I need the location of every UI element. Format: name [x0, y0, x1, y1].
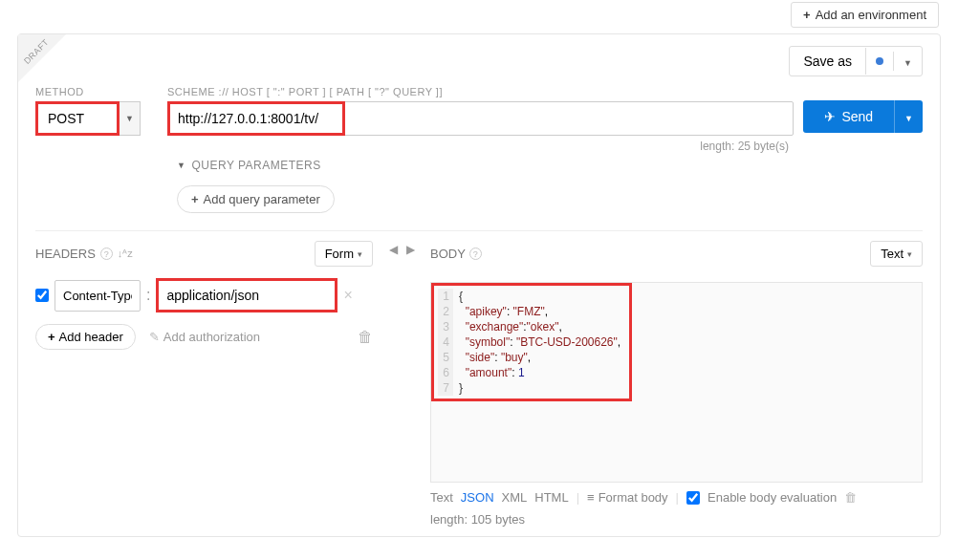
save-as-label[interactable]: Save as [790, 48, 866, 75]
header-delete-icon[interactable]: × [343, 287, 352, 304]
divider: | [577, 490, 579, 505]
method-label: METHOD [35, 86, 141, 97]
add-environment-label: Add an environment [816, 8, 926, 22]
caret-down-icon: ▼ [904, 114, 913, 123]
header-row: : × [35, 278, 373, 312]
form-toggle-label: Form [325, 247, 354, 261]
headers-text: HEADERS [35, 247, 96, 261]
add-authorization-label: Add authorization [163, 330, 260, 344]
plus-icon: + [48, 330, 55, 344]
plus-icon: + [803, 8, 811, 22]
body-tab-json[interactable]: JSON [461, 490, 494, 505]
method-select[interactable]: POST [35, 101, 120, 136]
body-format-toggle[interactable]: Text ▾ [870, 241, 923, 267]
url-scheme-label: SCHEME :// HOST [ ":" PORT ] [ PATH [ "?… [167, 86, 794, 97]
sort-icon[interactable]: ↓ᴬz [118, 248, 133, 260]
add-header-label: Add header [59, 330, 123, 344]
add-header-button[interactable]: + Add header [35, 324, 136, 350]
body-tab-xml[interactable]: XML [502, 490, 528, 505]
add-environment-button[interactable]: + Add an environment [791, 2, 939, 28]
caret-down-icon: ▼ [125, 114, 134, 123]
save-status-indicator [866, 52, 894, 71]
plus-icon: + [191, 192, 199, 206]
format-icon: ≡ [587, 490, 595, 505]
headers-section-label: HEADERS ? ↓ᴬz [35, 247, 133, 261]
unsaved-dot-icon [876, 57, 883, 65]
help-icon[interactable]: ? [100, 248, 113, 260]
header-name-input[interactable] [54, 280, 141, 312]
enable-body-eval-label: Enable body evaluation [708, 490, 837, 505]
body-tab-html[interactable]: HTML [534, 490, 568, 505]
body-section-label: BODY ? [430, 247, 482, 261]
clear-body-icon[interactable]: 🗑 [844, 490, 857, 505]
send-icon: ✈ [824, 109, 836, 124]
save-as-caret[interactable]: ▼ [894, 47, 922, 75]
collapse-left-icon[interactable]: ◀ [389, 243, 398, 256]
pencil-icon: ✎ [149, 330, 160, 344]
url-input[interactable] [168, 102, 793, 135]
body-length-info: length: 105 bytes [430, 512, 525, 527]
send-label: Send [841, 109, 873, 124]
query-params-toggle[interactable]: ▼ QUERY PARAMETERS [177, 159, 923, 172]
send-dropdown[interactable]: ▼ [894, 100, 923, 133]
caret-down-icon: ▼ [177, 161, 185, 170]
format-body-button[interactable]: ≡ Format body [587, 490, 668, 505]
save-as-dropdown[interactable]: Save as ▼ [789, 46, 923, 76]
add-authorization-link[interactable]: ✎ Add authorization [149, 330, 260, 344]
help-icon[interactable]: ? [469, 248, 482, 260]
collapse-right-icon[interactable]: ▶ [406, 243, 415, 256]
body-editor[interactable]: 1{ 2 "apikey": "FMZ", 3 "exchange":"okex… [430, 282, 923, 483]
header-enabled-checkbox[interactable] [35, 289, 49, 302]
draft-ribbon: DRAFT [18, 34, 66, 82]
divider: | [676, 490, 679, 505]
headers-view-toggle[interactable]: Form ▾ [315, 241, 373, 267]
clear-headers-icon[interactable]: 🗑 [358, 329, 373, 346]
body-tab-text[interactable]: Text [430, 490, 453, 505]
caret-down-icon: ▼ [904, 58, 912, 68]
url-length-info: length: 25 byte(s) [35, 140, 923, 153]
add-query-param-label: Add query parameter [204, 192, 320, 206]
body-text: BODY [430, 247, 466, 261]
header-value-input[interactable] [156, 278, 337, 312]
method-caret[interactable]: ▼ [120, 101, 141, 136]
body-format-label: Text [881, 247, 904, 261]
query-params-label: QUERY PARAMETERS [191, 159, 320, 172]
colon-separator: : [146, 287, 150, 304]
request-panel: DRAFT Save as ▼ METHOD POST ▼ SCHEME ://… [17, 33, 941, 537]
add-query-param-button[interactable]: + Add query parameter [177, 185, 335, 213]
enable-body-eval-checkbox[interactable] [686, 491, 700, 505]
caret-down-icon: ▾ [907, 249, 912, 259]
send-button[interactable]: ✈ Send [803, 100, 894, 133]
body-json-content[interactable]: 1{ 2 "apikey": "FMZ", 3 "exchange":"okex… [431, 283, 632, 401]
caret-down-icon: ▾ [358, 249, 362, 259]
draft-label: DRAFT [18, 34, 63, 78]
format-body-label: Format body [599, 490, 668, 505]
